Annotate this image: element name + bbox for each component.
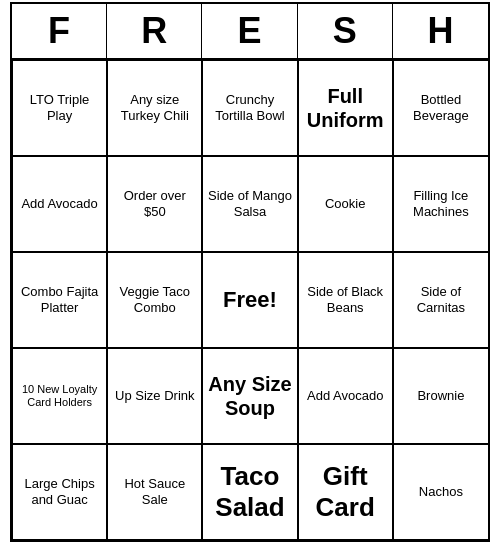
bingo-cell: Bottled Beverage: [393, 60, 488, 156]
bingo-cell: Add Avocado: [12, 156, 107, 252]
bingo-cell: Side of Carnitas: [393, 252, 488, 348]
header-letter: E: [202, 4, 297, 58]
bingo-cell: Add Avocado: [298, 348, 393, 444]
bingo-cell: Large Chips and Guac: [12, 444, 107, 540]
bingo-cell: Cookie: [298, 156, 393, 252]
bingo-cell: Free!: [202, 252, 297, 348]
bingo-cell: Side of Black Beans: [298, 252, 393, 348]
header-letter: F: [12, 4, 107, 58]
bingo-grid: LTO Triple PlayAny size Turkey ChiliCrun…: [12, 60, 488, 540]
header-letter: S: [298, 4, 393, 58]
header-letter: R: [107, 4, 202, 58]
bingo-cell: Order over $50: [107, 156, 202, 252]
bingo-cell: Hot Sauce Sale: [107, 444, 202, 540]
bingo-cell: Brownie: [393, 348, 488, 444]
bingo-cell: Up Size Drink: [107, 348, 202, 444]
bingo-cell: 10 New Loyalty Card Holders: [12, 348, 107, 444]
bingo-cell: Filling Ice Machines: [393, 156, 488, 252]
bingo-cell: Crunchy Tortilla Bowl: [202, 60, 297, 156]
bingo-cell: LTO Triple Play: [12, 60, 107, 156]
bingo-cell: Combo Fajita Platter: [12, 252, 107, 348]
bingo-card: FRESH LTO Triple PlayAny size Turkey Chi…: [10, 2, 490, 542]
bingo-cell: Full Uniform: [298, 60, 393, 156]
bingo-cell: Side of Mango Salsa: [202, 156, 297, 252]
bingo-cell: Any Size Soup: [202, 348, 297, 444]
bingo-cell: Veggie Taco Combo: [107, 252, 202, 348]
bingo-cell: Nachos: [393, 444, 488, 540]
bingo-cell: Taco Salad: [202, 444, 297, 540]
bingo-header: FRESH: [12, 4, 488, 60]
bingo-cell: Gift Card: [298, 444, 393, 540]
bingo-cell: Any size Turkey Chili: [107, 60, 202, 156]
header-letter: H: [393, 4, 488, 58]
